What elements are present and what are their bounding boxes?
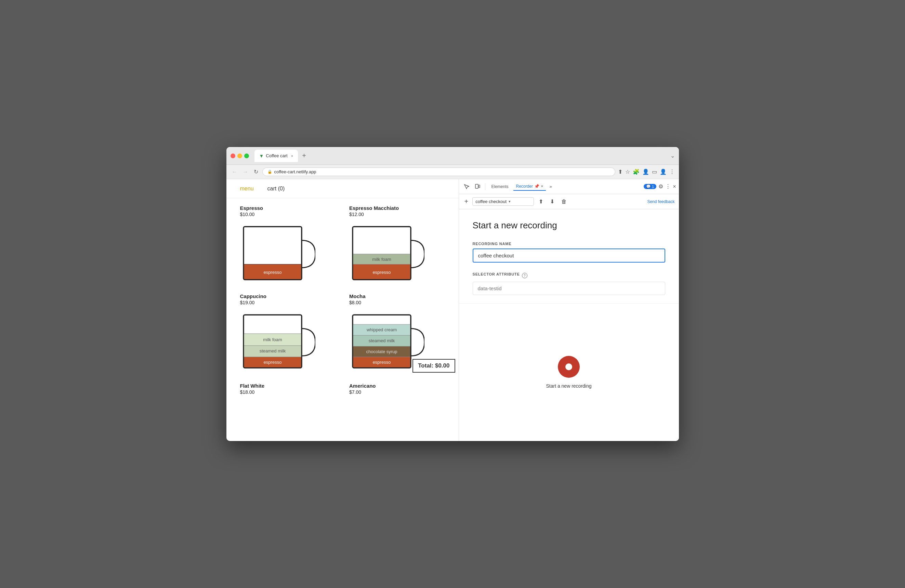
svg-text:steamed milk: steamed milk (369, 338, 395, 343)
title-bar: ▼ Coffee cart × + ⌄ (226, 147, 679, 165)
more-tabs-button[interactable]: » (547, 182, 554, 190)
mug-espresso: espresso (240, 220, 315, 287)
lock-icon: 🔒 (267, 170, 272, 174)
add-recording-button[interactable]: + (463, 196, 470, 207)
item-price-mocha: $8.00 (349, 300, 445, 305)
bookmark-icon[interactable]: ☆ (625, 168, 630, 175)
pin-icon: 📌 (534, 184, 539, 189)
settings-icon[interactable]: ⚙ (658, 183, 663, 190)
device-toolbar-tool[interactable] (473, 182, 482, 192)
item-price-macchiato: $12.00 (349, 212, 445, 217)
recorder-tab-label: Recorder (516, 184, 533, 189)
selector-attribute-label: SELECTOR ATTRIBUTE (473, 272, 520, 276)
extensions-icon[interactable]: 🧩 (633, 168, 640, 175)
coffee-item-americano[interactable]: Americano $7.00 (349, 383, 445, 398)
nav-menu-link[interactable]: menu (240, 185, 254, 192)
address-input[interactable]: 🔒 coffee-cart.netlify.app (262, 168, 615, 176)
tab-recorder[interactable]: Recorder 📌 × (513, 182, 546, 191)
import-recording-button[interactable]: ⬇ (548, 197, 556, 206)
traffic-lights (230, 154, 249, 158)
menu-dots-icon[interactable]: ⋮ (669, 168, 675, 175)
selector-attribute-input[interactable] (473, 282, 665, 295)
recorder-close-icon[interactable]: × (541, 184, 543, 189)
record-button-inner (565, 363, 572, 370)
badge-count: 1 (652, 185, 654, 189)
total-badge: Total: $0.00 (413, 359, 455, 372)
coffee-item-cappucino[interactable]: Cappucino $19.00 espresso steamed milk (240, 293, 336, 376)
new-tab-button[interactable]: + (299, 152, 309, 160)
tab-bar: ▼ Coffee cart × + ⌄ (254, 150, 675, 162)
devtools-close-icon[interactable]: × (673, 184, 676, 190)
svg-text:espresso: espresso (264, 270, 281, 275)
share-icon[interactable]: ⬆ (618, 168, 622, 175)
devtools-right-icons: 💬 1 ⚙ ⋮ × (642, 183, 676, 190)
coffee-item-macchiato[interactable]: Espresso Macchiato $12.00 espresso milk … (349, 205, 445, 287)
sidebar-icon[interactable]: ▭ (652, 168, 657, 175)
recorder-top: Start a new recording RECORDING NAME SEL… (459, 209, 679, 304)
recorder-toolbar: + coffee checkout ▾ ⬆ ⬇ 🗑 Send feedback (459, 194, 679, 209)
recorder-title: Start a new recording (473, 220, 665, 231)
recording-name-input[interactable] (473, 249, 665, 263)
browser-toolbar-icons: ⬆ ☆ 🧩 👤 ▭ 👤 ⋮ (618, 168, 675, 175)
nav-cart-link[interactable]: cart (0) (267, 185, 285, 192)
item-price-espresso: $10.00 (240, 212, 336, 217)
export-recording-button[interactable]: ⬆ (537, 197, 545, 206)
send-feedback-button[interactable]: Send feedback (647, 199, 675, 204)
svg-text:espresso: espresso (264, 360, 281, 365)
active-tab[interactable]: ▼ Coffee cart × (254, 150, 298, 162)
notification-badge[interactable]: 💬 1 (644, 184, 656, 189)
recorder-bottom: Start a new recording (459, 304, 679, 441)
tab-elements[interactable]: Elements (488, 183, 512, 190)
devtools-tabs: Elements Recorder 📌 × » 💬 1 ⚙ ⋮ × (459, 179, 679, 194)
coffee-item-flatwhite[interactable]: Flat White $18.00 (240, 383, 336, 398)
svg-text:milk foam: milk foam (263, 337, 282, 342)
browser-window: ▼ Coffee cart × + ⌄ ← → ↻ 🔒 coffee-cart.… (226, 147, 679, 441)
start-recording-button[interactable] (558, 356, 580, 378)
inspect-element-tool[interactable] (462, 182, 471, 192)
devtools-more-icon[interactable]: ⋮ (665, 183, 671, 190)
svg-rect-39 (479, 185, 480, 188)
item-price-americano: $7.00 (349, 389, 445, 395)
close-traffic-light[interactable] (230, 154, 235, 158)
svg-text:espresso: espresso (373, 360, 391, 365)
recorder-body: Start a new recording RECORDING NAME SEL… (459, 209, 679, 441)
svg-text:whipped cream: whipped cream (366, 327, 397, 332)
item-price-flatwhite: $18.00 (240, 389, 336, 395)
account-icon[interactable]: 👤 (660, 168, 667, 175)
item-name-flatwhite: Flat White (240, 383, 336, 389)
svg-text:espresso: espresso (373, 270, 391, 275)
forward-button[interactable]: → (241, 168, 250, 176)
tab-close-icon[interactable]: × (291, 154, 293, 158)
main-content: menu cart (0) Espresso $10.00 espress (226, 179, 679, 441)
recording-name-selector[interactable]: coffee checkout ▾ (472, 197, 534, 206)
help-icon[interactable]: ? (522, 273, 527, 278)
delete-recording-button[interactable]: 🗑 (559, 197, 569, 206)
svg-text:steamed milk: steamed milk (259, 349, 286, 353)
svg-text:chocolate syrup: chocolate syrup (366, 349, 397, 354)
reload-button[interactable]: ↻ (252, 168, 260, 176)
selector-attribute-label-row: SELECTOR ATTRIBUTE ? (473, 272, 665, 279)
mug-cappucino: espresso steamed milk milk foam (240, 308, 315, 375)
tabs-separator (485, 183, 485, 190)
coffee-items-grid: Espresso $10.00 espresso (226, 198, 459, 441)
tab-expand-icon[interactable]: ⌄ (670, 152, 675, 159)
devtools-panel: Elements Recorder 📌 × » 💬 1 ⚙ ⋮ × (459, 179, 679, 441)
url-text: coffee-cart.netlify.app (274, 169, 316, 174)
item-name-americano: Americano (349, 383, 445, 389)
chat-icon: 💬 (646, 184, 651, 189)
recording-name-display: coffee checkout (475, 199, 506, 204)
svg-text:milk foam: milk foam (372, 257, 391, 262)
recording-name-label: RECORDING NAME (473, 242, 665, 246)
coffee-item-mocha[interactable]: Mocha $8.00 espresso chocolate syrup (349, 293, 445, 376)
coffee-item-espresso[interactable]: Espresso $10.00 espresso (240, 205, 336, 287)
item-name-cappucino: Cappucino (240, 293, 336, 299)
maximize-traffic-light[interactable] (244, 154, 249, 158)
item-name-mocha: Mocha (349, 293, 445, 299)
dropdown-chevron-icon: ▾ (509, 199, 511, 204)
profile-icon[interactable]: 👤 (642, 168, 649, 175)
back-button[interactable]: ← (230, 168, 239, 176)
tab-title: Coffee cart (266, 153, 287, 158)
minimize-traffic-light[interactable] (237, 154, 242, 158)
item-name-espresso: Espresso (240, 205, 336, 211)
item-name-macchiato: Espresso Macchiato (349, 205, 445, 211)
